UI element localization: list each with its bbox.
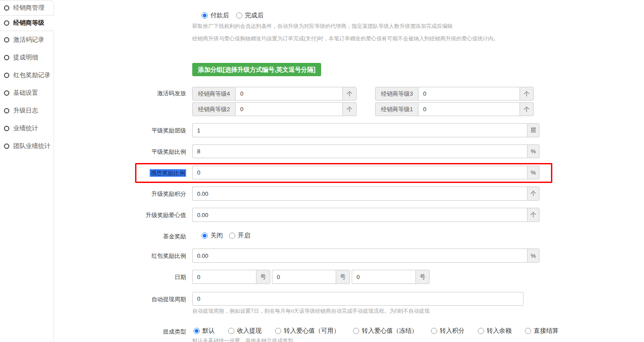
radio-commission-balance[interactable]: 转入余额 — [478, 327, 512, 335]
activation-level1-group: 经销商等级1 个 — [375, 102, 534, 116]
sidebar-item-label: 红包奖励记录 — [13, 71, 50, 79]
radio-commission-points[interactable]: 转入积分 — [431, 327, 465, 335]
gratitude-ratio-label: 感恩奖励比例 — [54, 170, 186, 177]
sidebar-item-dealer-management[interactable]: 经销商管理 — [0, 0, 54, 16]
radio-unchecked-icon — [236, 12, 242, 19]
peer-level-input[interactable] — [192, 123, 527, 137]
layer-addon: 层 — [527, 123, 539, 137]
radio-unchecked-icon — [228, 328, 234, 334]
sidebar: 经销商管理 经销商等级 激活码记录 提成明细 红包奖励记录 基础设置 升级日志 — [0, 0, 54, 342]
level2-prefix-addon: 经销商等级2 — [192, 102, 236, 116]
percent-addon: % — [527, 166, 539, 179]
commission-type-label: 提成类型 — [54, 328, 186, 335]
upgrade-love-input[interactable] — [192, 208, 527, 222]
radio-unchecked-icon — [525, 328, 531, 334]
auto-withdraw-group — [192, 292, 524, 306]
activation-level3-group: 经销商等级3 个 — [375, 87, 534, 101]
commission-type-help: 默认走基础统一设置，其他走独立提成类型 — [192, 338, 293, 342]
selected-text-highlight: 感恩奖励比例 — [150, 169, 186, 177]
circle-icon — [4, 73, 9, 78]
date-group-1: 号 — [192, 270, 270, 284]
radio-commission-default[interactable]: 默认 — [194, 327, 215, 335]
radio-label: 开启 — [238, 232, 250, 240]
radio-label: 转入余额 — [487, 327, 512, 335]
sidebar-item-performance-stats[interactable]: 业绩统计 — [0, 120, 54, 137]
level1-prefix-addon: 经销商等级1 — [375, 102, 419, 116]
red-packet-ratio-input[interactable] — [192, 249, 527, 263]
sidebar-item-team-performance-stats[interactable]: 团队业绩统计 — [0, 137, 54, 155]
unit-addon: 个 — [342, 87, 357, 101]
radio-label: 默认 — [202, 327, 215, 335]
radio-label: 转入爱心值（冻结） — [362, 327, 418, 335]
circle-icon — [4, 37, 9, 43]
date-input-3[interactable] — [352, 270, 415, 284]
radio-fund-open[interactable]: 开启 — [229, 232, 250, 240]
add-group-button[interactable]: 添加分组[选择升级方式编号,英文逗号分隔] — [192, 63, 321, 76]
fund-reward-radio-group: 关闭 开启 — [202, 232, 250, 240]
peer-ratio-group: % — [192, 144, 539, 158]
sidebar-item-basic-settings[interactable]: 基础设置 — [0, 84, 54, 102]
gratitude-ratio-group: % — [192, 166, 539, 179]
radio-unchecked-icon — [229, 233, 235, 239]
circle-icon — [4, 108, 9, 113]
radio-label: 付款后 — [210, 12, 229, 19]
auto-withdraw-input[interactable] — [192, 292, 524, 306]
sidebar-item-upgrade-log[interactable]: 升级日志 — [0, 102, 54, 120]
red-packet-ratio-group: % — [192, 249, 539, 263]
radio-unchecked-icon — [275, 328, 281, 334]
radio-commission-love-frozen[interactable]: 转入爱心值（冻结） — [353, 327, 418, 335]
upgrade-points-label: 升级奖励积分 — [54, 190, 186, 198]
percent-addon: % — [527, 144, 539, 158]
peer-level-group: 层 — [192, 123, 539, 137]
radio-checked-icon — [202, 12, 208, 19]
sidebar-item-dealer-level[interactable]: 经销商等级 — [0, 16, 54, 31]
circle-icon — [4, 5, 9, 11]
sidebar-item-activation-code-records[interactable]: 激活码记录 — [0, 31, 54, 49]
radio-commission-direct-settle[interactable]: 直接结算 — [525, 327, 559, 335]
fund-reward-label: 基金奖励 — [54, 233, 186, 240]
upgrade-help-line-2: 经销商升级与爱心值购物赠送均设置为订单完成(支付)时，本笔订单赠送的爱心值有可能… — [192, 35, 499, 42]
radio-unchecked-icon — [478, 328, 484, 334]
percent-addon: % — [527, 249, 539, 263]
date-input-1[interactable] — [192, 270, 256, 284]
unit-addon: 个 — [520, 102, 534, 116]
circle-icon — [4, 90, 9, 96]
day-addon: 号 — [256, 270, 270, 284]
red-packet-ratio-label: 红包奖励比例 — [54, 253, 186, 260]
unit-addon: 个 — [520, 87, 534, 101]
level4-count-input[interactable] — [236, 87, 342, 101]
upgrade-points-input[interactable] — [192, 187, 527, 201]
level2-count-input[interactable] — [236, 102, 342, 116]
radio-after-payment[interactable]: 付款后 — [202, 12, 229, 19]
radio-label: 转入积分 — [440, 327, 465, 335]
radio-commission-love-available[interactable]: 转入爱心值（可用） — [275, 327, 340, 335]
auto-withdraw-help: 自动提现周期，例如设置7日，则在每月每n天该等级经销商自动完成手动提现流程。为0… — [192, 308, 430, 315]
activation-level2-group: 经销商等级2 个 — [192, 102, 357, 116]
radio-fund-closed[interactable]: 关闭 — [202, 232, 223, 240]
radio-unchecked-icon — [353, 328, 359, 334]
circle-icon — [4, 55, 9, 60]
level3-count-input[interactable] — [419, 87, 520, 101]
sidebar-item-label: 经销商管理 — [13, 4, 44, 12]
radio-checked-icon — [202, 233, 208, 239]
date-group-2: 号 — [272, 270, 350, 284]
peer-ratio-input[interactable] — [192, 144, 527, 158]
radio-unchecked-icon — [431, 328, 437, 334]
gratitude-ratio-input[interactable] — [192, 166, 527, 179]
level1-count-input[interactable] — [419, 102, 520, 116]
radio-after-completion[interactable]: 完成后 — [236, 12, 264, 19]
sidebar-item-redpacket-records[interactable]: 红包奖励记录 — [0, 66, 54, 84]
circle-icon — [4, 20, 9, 26]
sidebar-item-label: 激活码记录 — [13, 36, 44, 44]
radio-label: 直接结算 — [534, 327, 559, 335]
sidebar-item-label: 团队业绩统计 — [13, 142, 50, 150]
upgrade-love-group: 个 — [192, 208, 539, 222]
radio-commission-income-withdraw[interactable]: 收入提现 — [228, 327, 262, 335]
date-input-2[interactable] — [272, 270, 336, 284]
unit-addon: 个 — [527, 208, 539, 222]
upgrade-love-label: 升级奖励爱心值 — [54, 212, 186, 219]
sidebar-item-label: 升级日志 — [13, 107, 38, 115]
date-group-3: 号 — [352, 270, 430, 284]
sidebar-item-commission-detail[interactable]: 提成明细 — [0, 49, 54, 66]
unit-addon: 个 — [342, 102, 357, 116]
